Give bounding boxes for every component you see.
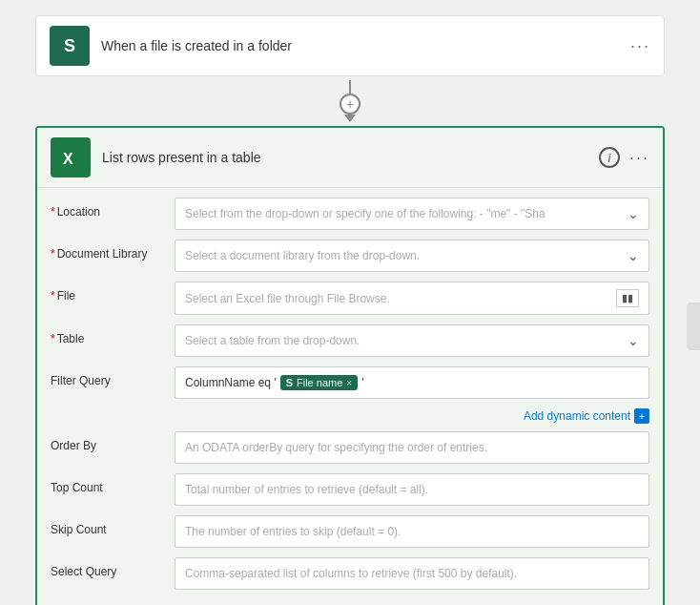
select-query-input[interactable]: Comma-separated list of columns to retri… [175, 557, 649, 590]
table-input[interactable]: Select a table from the drop-down. ⌄ [175, 324, 649, 357]
location-row: *Location Select from the drop-down or s… [51, 198, 649, 230]
hide-advanced-options-button[interactable]: Hide advanced options [51, 599, 649, 605]
order-by-label: Order By [51, 431, 175, 452]
side-panel-tab[interactable] [687, 302, 700, 350]
add-dynamic-content-button[interactable]: Add dynamic content + [524, 408, 649, 424]
add-dynamic-plus-icon: + [634, 408, 649, 424]
document-library-label: *Document Library [51, 240, 175, 261]
svg-text:X: X [63, 151, 73, 167]
table-row: *Table Select a table from the drop-down… [51, 324, 649, 357]
location-chevron-icon: ⌄ [628, 206, 639, 221]
top-count-label: Top Count [51, 473, 175, 494]
skip-count-label: Skip Count [51, 515, 175, 536]
table-placeholder: Select a table from the drop-down. [185, 334, 360, 347]
excel-icon: X [51, 137, 91, 177]
location-placeholder: Select from the drop-down or specify one… [185, 207, 546, 220]
trigger-icon: S [50, 26, 90, 66]
action-more-options[interactable]: ··· [629, 148, 649, 168]
filter-query-row: Filter Query ColumnName eq ' S File name… [51, 366, 649, 399]
location-input[interactable]: Select from the drop-down or specify one… [175, 198, 649, 230]
order-by-input[interactable]: An ODATA orderBy query for specifying th… [175, 431, 649, 464]
file-label: *File [51, 282, 175, 302]
order-by-placeholder: An ODATA orderBy query for specifying th… [185, 441, 487, 454]
filter-prefix-text: ColumnName eq ' [185, 376, 277, 389]
action-card: X List rows present in a table i ··· *Lo… [35, 126, 665, 605]
add-dynamic-label: Add dynamic content [524, 409, 630, 423]
file-row: *File Select an Excel file through File … [51, 282, 649, 315]
add-step-button[interactable]: + [340, 94, 360, 115]
tag-close-button[interactable]: × [346, 378, 352, 388]
top-count-input[interactable]: Total number of entries to retrieve (def… [175, 473, 649, 506]
document-library-placeholder: Select a document library from the drop-… [185, 249, 420, 262]
select-query-placeholder: Comma-separated list of columns to retri… [185, 567, 517, 580]
connector-arrow [344, 115, 356, 122]
trigger-card: S When a file is created in a folder ··· [35, 15, 665, 76]
location-label: *Location [51, 198, 175, 219]
tag-icon-s: S [286, 377, 293, 388]
file-browse-icon[interactable]: ▮▮ [616, 289, 639, 307]
order-by-row: Order By An ODATA orderBy query for spec… [51, 431, 649, 464]
top-count-row: Top Count Total number of entries to ret… [51, 473, 649, 506]
connector: + [340, 80, 360, 122]
top-count-placeholder: Total number of entries to retrieve (def… [185, 483, 428, 496]
tag-label-text: File name [297, 377, 342, 388]
table-label: *Table [51, 324, 175, 345]
select-query-row: Select Query Comma-separated list of col… [51, 557, 649, 590]
file-input[interactable]: Select an Excel file through File Browse… [175, 282, 649, 315]
action-header-icons: i ··· [599, 147, 649, 168]
add-dynamic-content-row: Add dynamic content + [51, 408, 649, 424]
info-button[interactable]: i [599, 147, 620, 168]
table-chevron-icon: ⌄ [628, 333, 639, 348]
filter-suffix-text: ' [361, 376, 363, 389]
select-query-label: Select Query [51, 557, 175, 578]
action-title: List rows present in a table [102, 150, 599, 165]
action-header: X List rows present in a table i ··· [37, 128, 663, 188]
trigger-title: When a file is created in a folder [101, 38, 630, 53]
document-library-input[interactable]: Select a document library from the drop-… [175, 240, 649, 272]
excel-logo-svg: X [58, 145, 83, 170]
file-placeholder: Select an Excel file through File Browse… [185, 292, 390, 305]
skip-count-row: Skip Count The number of entries to skip… [51, 515, 649, 548]
file-name-tag: S File name × [280, 375, 358, 390]
trigger-more-options[interactable]: ··· [630, 36, 650, 56]
connector-line-top [349, 80, 351, 94]
filter-query-input[interactable]: ColumnName eq ' S File name × ' [175, 366, 649, 399]
skip-count-input[interactable]: The number of entries to skip (default =… [175, 515, 649, 548]
filter-query-label: Filter Query [51, 366, 175, 387]
form-body: *Location Select from the drop-down or s… [37, 188, 663, 605]
document-library-row: *Document Library Select a document libr… [51, 240, 649, 272]
document-library-chevron-icon: ⌄ [628, 248, 639, 263]
skip-count-placeholder: The number of entries to skip (default =… [185, 525, 401, 538]
